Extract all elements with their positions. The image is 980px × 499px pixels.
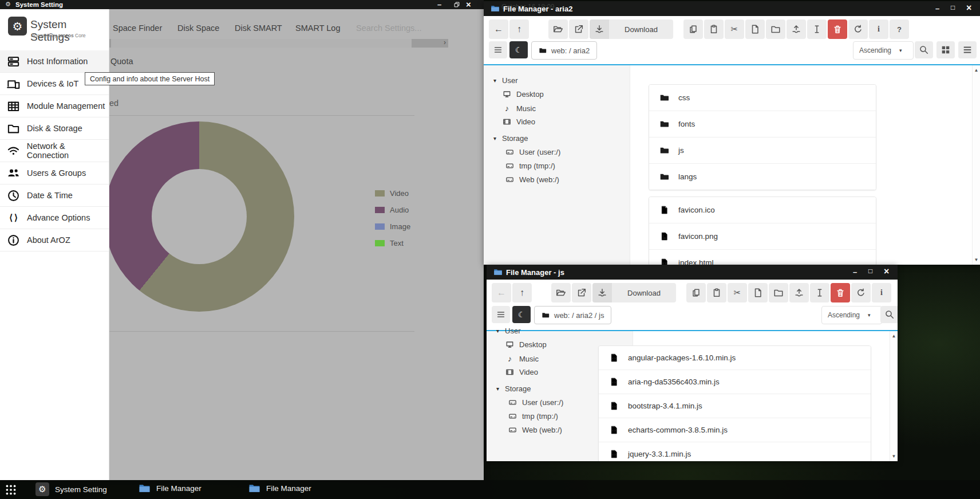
tree-item-tmp-drive[interactable]: tmp (tmp:/) bbox=[505, 162, 555, 170]
file-row-fonts[interactable]: fonts bbox=[649, 111, 876, 137]
breadcrumb[interactable]: web: / aria2 bbox=[531, 41, 597, 60]
paste-button[interactable] bbox=[707, 283, 726, 302]
legend-item-image[interactable]: Image bbox=[375, 222, 410, 231]
fm1-scrollbar[interactable]: ▲ ▼ bbox=[972, 65, 980, 265]
tree-item-tmp-drive[interactable]: tmp (tmp:/) bbox=[508, 412, 558, 421]
file-row-bootstrap[interactable]: bootstrap-3.4.1.min.js bbox=[599, 394, 871, 418]
sidebar-item-module-management[interactable]: Module Management bbox=[0, 95, 109, 117]
tree-item-desktop[interactable]: Desktop bbox=[505, 340, 547, 349]
sidebar-item-date-time[interactable]: Date & Time bbox=[0, 184, 109, 207]
tree-item-music[interactable]: ♪Music bbox=[505, 354, 539, 363]
open-button[interactable] bbox=[551, 283, 571, 302]
sidebar-item-about-aroz[interactable]: About ArOZ bbox=[0, 229, 109, 252]
file-row-angular[interactable]: angular-packages-1.6.10.min.js bbox=[599, 346, 871, 370]
legend-item-video[interactable]: Video bbox=[375, 189, 409, 198]
minimize-button[interactable]: – bbox=[853, 268, 857, 276]
grid-view-button[interactable] bbox=[936, 41, 955, 58]
new-folder-button[interactable] bbox=[769, 283, 788, 302]
fm2-scrollbar[interactable]: ▲ ▼ bbox=[890, 331, 898, 461]
legend-item-text[interactable]: Text bbox=[375, 239, 404, 247]
system-setting-titlebar[interactable]: ⚙ System Setting – × bbox=[0, 0, 484, 9]
file-row-jquery[interactable]: jquery-3.3.1.min.js bbox=[599, 442, 871, 461]
close-button[interactable]: × bbox=[966, 3, 971, 13]
legend-item-audio[interactable]: Audio bbox=[375, 206, 409, 214]
tabs-scrollbar[interactable]: › bbox=[109, 39, 448, 48]
sidebar-item-host-information[interactable]: Host Information bbox=[0, 50, 109, 73]
tree-item-user-drive[interactable]: User (user:/) bbox=[508, 398, 563, 407]
file-row-echarts[interactable]: echarts-common-3.8.5.min.js bbox=[599, 418, 871, 442]
refresh-button[interactable] bbox=[848, 19, 868, 39]
tree-item-web-drive[interactable]: Web (web:/) bbox=[505, 175, 559, 184]
delete-button[interactable] bbox=[831, 283, 850, 302]
download-icon-button[interactable] bbox=[590, 19, 609, 39]
upload-button[interactable] bbox=[787, 19, 806, 39]
taskbar-item-system-setting[interactable]: ⚙ System Setting bbox=[35, 482, 107, 496]
rename-button[interactable] bbox=[807, 19, 827, 39]
scroll-down-icon[interactable]: ▼ bbox=[890, 454, 898, 459]
open-button[interactable] bbox=[548, 19, 568, 39]
upload-button[interactable] bbox=[789, 283, 809, 302]
sidebar-item-users-groups[interactable]: Users & Groups bbox=[0, 162, 109, 184]
list-view-button[interactable] bbox=[958, 41, 977, 58]
open-in-new-button[interactable] bbox=[572, 283, 591, 302]
breadcrumb[interactable]: web: / aria2 / js bbox=[534, 306, 611, 324]
app-launcher-icon[interactable] bbox=[5, 484, 17, 496]
cut-button[interactable]: ✂ bbox=[728, 283, 747, 302]
settings-search-input[interactable]: Search Settings... bbox=[356, 23, 421, 33]
sort-order-dropdown[interactable]: Ascending▾ bbox=[853, 41, 914, 60]
copy-button[interactable] bbox=[683, 19, 703, 39]
file-row-langs[interactable]: langs bbox=[649, 164, 876, 190]
copy-button[interactable] bbox=[686, 283, 706, 302]
tree-section-storage[interactable]: ▾Storage bbox=[496, 384, 531, 393]
tree-section-user[interactable]: ▾User bbox=[493, 76, 517, 85]
tab-smart-log[interactable]: SMART Log bbox=[295, 23, 340, 33]
cut-button[interactable]: ✂ bbox=[725, 19, 744, 39]
sidebar-item-network-connection[interactable]: Network & Connection bbox=[0, 140, 109, 162]
file-row-favicon-png[interactable]: favicon.png bbox=[649, 223, 876, 250]
file-row-index-html[interactable]: index.html bbox=[649, 250, 876, 265]
taskbar-item-file-manager-1[interactable]: File Manager bbox=[139, 482, 201, 494]
open-in-new-button[interactable] bbox=[569, 19, 588, 39]
download-button[interactable]: Download bbox=[609, 19, 673, 39]
dark-mode-toggle[interactable]: ☾ bbox=[512, 306, 531, 323]
menu-button[interactable] bbox=[489, 41, 507, 58]
help-button[interactable]: ? bbox=[890, 19, 909, 39]
tree-item-user-drive[interactable]: User (user:/) bbox=[505, 148, 560, 156]
restore-button[interactable] bbox=[453, 1, 460, 8]
file-row-js[interactable]: js bbox=[649, 137, 876, 164]
scroll-right-arrow-icon[interactable]: › bbox=[444, 38, 446, 46]
minimize-button[interactable]: – bbox=[437, 1, 441, 8]
up-button[interactable]: ↑ bbox=[509, 19, 529, 39]
maximize-button[interactable]: □ bbox=[951, 4, 955, 11]
new-folder-button[interactable] bbox=[766, 19, 785, 39]
tree-section-user[interactable]: ▾User bbox=[496, 327, 520, 335]
maximize-button[interactable]: □ bbox=[868, 268, 872, 274]
tree-item-web-drive[interactable]: Web (web:/) bbox=[508, 426, 562, 434]
file-row-css[interactable]: css bbox=[649, 85, 876, 111]
tab-space-finder[interactable]: Space Finder bbox=[113, 23, 162, 33]
tree-item-music[interactable]: ♪Music bbox=[503, 104, 536, 113]
close-button[interactable]: × bbox=[884, 267, 889, 276]
back-button[interactable]: ← bbox=[492, 283, 511, 302]
back-button[interactable]: ← bbox=[489, 19, 508, 39]
download-button[interactable]: Download bbox=[612, 283, 676, 302]
paste-button[interactable] bbox=[704, 19, 724, 39]
fm1-titlebar[interactable]: October 16 18:09 File Manager - aria2 – … bbox=[484, 1, 980, 16]
rename-button[interactable] bbox=[810, 283, 829, 302]
file-row-favicon-ico[interactable]: favicon.ico bbox=[649, 197, 876, 223]
new-file-button[interactable] bbox=[745, 19, 765, 39]
file-row-aria-ng[interactable]: aria-ng-da5356c403.min.js bbox=[599, 370, 871, 394]
tab-disk-space[interactable]: Disk Space bbox=[177, 23, 219, 33]
close-button[interactable]: × bbox=[466, 0, 471, 9]
sidebar-item-advance-options[interactable]: ⟨ ⟩Advance Options bbox=[0, 207, 109, 229]
up-button[interactable]: ↑ bbox=[512, 283, 532, 302]
tab-disk-smart[interactable]: Disk SMART bbox=[235, 23, 282, 33]
scroll-up-icon[interactable]: ▲ bbox=[973, 68, 980, 73]
tree-section-storage[interactable]: ▾Storage bbox=[493, 134, 528, 143]
menu-button[interactable] bbox=[492, 306, 510, 323]
minimize-button[interactable]: – bbox=[935, 5, 939, 12]
scroll-down-icon[interactable]: ▼ bbox=[973, 257, 980, 262]
download-icon-button[interactable] bbox=[592, 283, 612, 302]
new-file-button[interactable] bbox=[748, 283, 768, 302]
tree-item-desktop[interactable]: Desktop bbox=[503, 90, 544, 99]
